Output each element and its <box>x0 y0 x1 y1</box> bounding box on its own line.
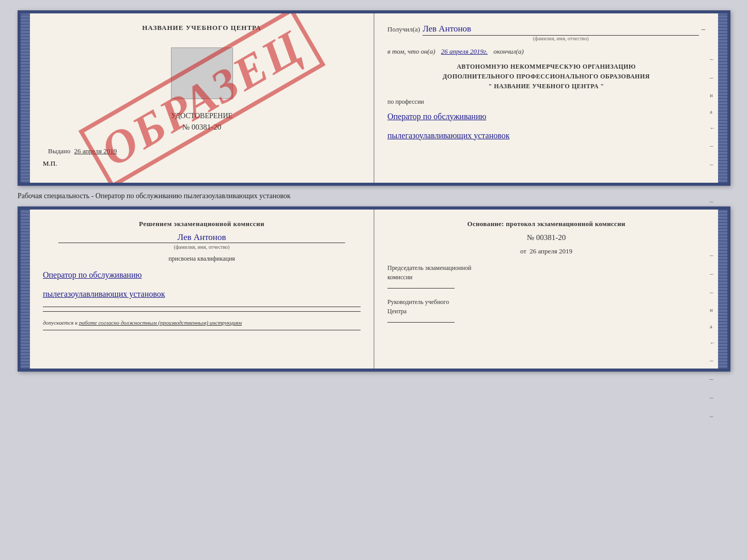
book-spine-top-right <box>718 13 727 183</box>
m4: а <box>710 108 715 115</box>
blank-line-3 <box>43 330 361 330</box>
bm5: а <box>710 323 715 329</box>
m2: – <box>710 73 715 82</box>
date-prefix-bottom: от <box>520 247 526 255</box>
margin-marks-bottom: – – – и а ← – – – – <box>710 251 715 420</box>
top-left-page: НАЗВАНИЕ УЧЕБНОГО ЦЕНТРА УДОСТОВЕРЕНИЕ №… <box>30 13 375 183</box>
head-block: Руководитель учебного Центра <box>387 297 705 325</box>
bottom-person-name: Лев Антонов <box>58 232 345 243</box>
dopusk-main: работе согласно должностным (производств… <box>79 319 242 326</box>
m9: – <box>710 197 715 205</box>
between-label: Рабочая специальность - Оператор по обсл… <box>18 190 730 202</box>
bottom-left-page: Решением экзаменационной комиссии Лев Ан… <box>30 210 375 369</box>
bm8: – <box>710 375 715 383</box>
chairman-sig-line <box>387 288 455 289</box>
profession-line1: Оператор по обслуживанию <box>387 108 705 125</box>
blank-line-1 <box>43 307 361 307</box>
org-line1: АВТОНОМНУЮ НЕКОММЕРЧЕСКУЮ ОРГАНИЗАЦИЮ <box>387 62 705 72</box>
bm4: и <box>710 307 715 313</box>
m7: – <box>710 160 715 168</box>
person-name: Лев Антонов <box>423 24 699 36</box>
cert-photo <box>171 47 233 99</box>
qualification-line1: Оператор по обслуживанию <box>43 267 361 283</box>
m8: – <box>710 179 715 187</box>
osnov-title: Основание: протокол экзаменационной коми… <box>387 220 705 228</box>
margin-marks-top: – – и а ← – – – – <box>710 55 715 205</box>
received-label: Получил(а) <box>387 25 420 34</box>
bm3: – <box>710 288 715 296</box>
cert-issued-line: Выдано 26 апреля 2019 <box>43 147 361 155</box>
m3: и <box>710 92 715 98</box>
head-line2: Центра <box>387 307 705 316</box>
date-value: 26 апреля 2019г. <box>441 47 488 55</box>
dopusk-prefix: допускается к <box>43 319 77 326</box>
date-value-bottom: 26 апреля 2019 <box>529 247 572 255</box>
dash1: – <box>702 25 705 34</box>
org-line2: ДОПОЛНИТЕЛЬНОГО ПРОФЕССИОНАЛЬНОГО ОБРАЗО… <box>387 72 705 82</box>
blank-line-2 <box>43 311 361 312</box>
profession-line2: пылегазоулавливающих установок <box>387 127 705 144</box>
document-container: НАЗВАНИЕ УЧЕБНОГО ЦЕНТРА УДОСТОВЕРЕНИЕ №… <box>18 10 730 372</box>
chairman-block: Председатель экзаменационной комиссии <box>387 263 705 291</box>
book-spine-bottom-left <box>21 210 30 369</box>
org-line3: " НАЗВАНИЕ УЧЕБНОГО ЦЕНТРА " <box>387 82 705 91</box>
date-suffix: окончил(а) <box>493 47 524 55</box>
cert-type-label: УДОСТОВЕРЕНИЕ <box>43 112 361 120</box>
top-book: НАЗВАНИЕ УЧЕБНОГО ЦЕНТРА УДОСТОВЕРЕНИЕ №… <box>18 10 730 186</box>
bm9: – <box>710 393 715 402</box>
protocol-number: № 00381-20 <box>387 233 705 242</box>
head-line1: Руководитель учебного <box>387 297 705 307</box>
profession-label: по профессии <box>387 98 705 106</box>
m1: – <box>710 55 715 63</box>
m6: – <box>710 141 715 150</box>
bm7: – <box>710 356 715 364</box>
chairman-line2: комиссии <box>387 273 705 282</box>
person-name-wrap: Лев Антонов (фамилия, имя, отчество) <box>423 24 699 41</box>
bm6: ← <box>710 340 715 346</box>
book-spine-bottom-right <box>718 210 727 369</box>
bm10: – <box>710 412 715 420</box>
qualification-line2: пылегазоулавливающих установок <box>43 286 361 302</box>
decision-title: Решением экзаменационной комиссии <box>43 220 361 228</box>
date-prefix: в том, что он(а) <box>387 47 435 55</box>
received-block: Получил(а) Лев Антонов (фамилия, имя, от… <box>387 24 705 41</box>
book-spine-top-left <box>21 13 30 183</box>
issued-label: Выдано <box>48 147 70 155</box>
fio-subtitle-top: (фамилия, имя, отчество) <box>423 36 699 41</box>
issued-date: 26 апреля 2019 <box>74 147 117 155</box>
cert-number: № 00381-20 <box>43 123 361 132</box>
bottom-right-page: Основание: протокол экзаменационной коми… <box>375 210 718 369</box>
date-line-top: в том, что он(а) 26 апреля 2019г. окончи… <box>387 47 705 56</box>
bottom-person-block: Лев Антонов (фамилия, имя, отчество) <box>43 232 361 250</box>
cert-school-title: НАЗВАНИЕ УЧЕБНОГО ЦЕНТРА <box>43 24 361 32</box>
qualification-label: присвоена квалификация <box>43 255 361 263</box>
top-right-page: Получил(а) Лев Антонов (фамилия, имя, от… <box>375 13 718 183</box>
mp-label: М.П. <box>43 159 361 168</box>
bottom-book: Решением экзаменационной комиссии Лев Ан… <box>18 206 730 372</box>
bm1: – <box>710 251 715 259</box>
head-sig-line <box>387 322 455 323</box>
dopusk-text: допускается к работе согласно должностны… <box>43 319 361 326</box>
bottom-fio-sub: (фамилия, имя, отчество) <box>43 244 361 250</box>
m5: ← <box>710 125 715 131</box>
org-block: АВТОНОМНУЮ НЕКОММЕРЧЕСКУЮ ОРГАНИЗАЦИЮ ДО… <box>387 62 705 92</box>
protocol-date: от 26 апреля 2019 <box>387 247 705 255</box>
chairman-line1: Председатель экзаменационной <box>387 263 705 273</box>
bm2: – <box>710 269 715 278</box>
